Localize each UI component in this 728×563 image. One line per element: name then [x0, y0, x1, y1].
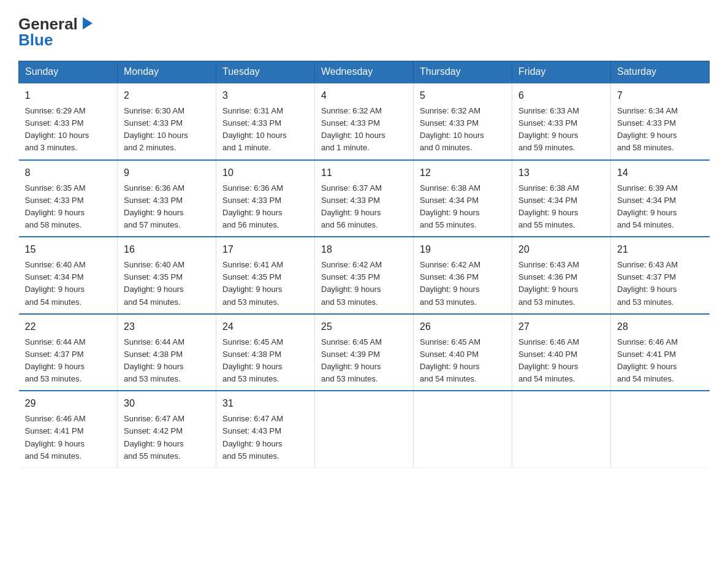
calendar-cell: 10Sunrise: 6:36 AM Sunset: 4:33 PM Dayli…	[216, 160, 315, 237]
logo: General Blue	[18, 12, 96, 50]
calendar-cell: 17Sunrise: 6:41 AM Sunset: 4:35 PM Dayli…	[216, 237, 315, 314]
day-number: 25	[321, 320, 407, 334]
calendar-cell: 9Sunrise: 6:36 AM Sunset: 4:33 PM Daylig…	[118, 160, 216, 237]
calendar-cell: 1Sunrise: 6:29 AM Sunset: 4:33 PM Daylig…	[19, 83, 118, 160]
day-number: 13	[518, 166, 604, 180]
day-number: 19	[420, 242, 506, 257]
calendar-cell: 2Sunrise: 6:30 AM Sunset: 4:33 PM Daylig…	[118, 83, 216, 160]
calendar-cell	[512, 391, 611, 467]
day-info: Sunrise: 6:44 AM Sunset: 4:38 PM Dayligh…	[124, 336, 210, 386]
day-info: Sunrise: 6:34 AM Sunset: 4:33 PM Dayligh…	[617, 105, 703, 155]
day-number: 7	[617, 88, 703, 103]
header-wednesday: Wednesday	[315, 61, 414, 83]
calendar-cell: 15Sunrise: 6:40 AM Sunset: 4:34 PM Dayli…	[19, 237, 118, 314]
calendar-cell: 26Sunrise: 6:45 AM Sunset: 4:40 PM Dayli…	[414, 314, 512, 391]
day-number: 29	[25, 396, 112, 411]
day-info: Sunrise: 6:39 AM Sunset: 4:34 PM Dayligh…	[617, 182, 703, 232]
day-number: 11	[321, 166, 407, 180]
day-info: Sunrise: 6:30 AM Sunset: 4:33 PM Dayligh…	[124, 105, 210, 155]
calendar-week-row: 22Sunrise: 6:44 AM Sunset: 4:37 PM Dayli…	[19, 314, 710, 391]
calendar-cell: 13Sunrise: 6:38 AM Sunset: 4:34 PM Dayli…	[512, 160, 611, 237]
calendar-cell: 6Sunrise: 6:33 AM Sunset: 4:33 PM Daylig…	[512, 83, 611, 160]
day-number: 20	[518, 242, 604, 257]
logo-blue-text: Blue	[18, 31, 53, 50]
header-tuesday: Tuesday	[216, 61, 315, 83]
calendar-cell	[414, 391, 512, 467]
calendar-cell: 31Sunrise: 6:47 AM Sunset: 4:43 PM Dayli…	[216, 391, 315, 467]
day-info: Sunrise: 6:45 AM Sunset: 4:38 PM Dayligh…	[222, 336, 308, 386]
calendar-cell: 29Sunrise: 6:46 AM Sunset: 4:41 PM Dayli…	[19, 391, 118, 467]
day-number: 3	[222, 88, 308, 103]
day-number: 2	[124, 88, 210, 103]
calendar-cell: 22Sunrise: 6:44 AM Sunset: 4:37 PM Dayli…	[19, 314, 118, 391]
day-info: Sunrise: 6:36 AM Sunset: 4:33 PM Dayligh…	[222, 182, 308, 232]
header-friday: Friday	[512, 61, 611, 83]
calendar-week-row: 15Sunrise: 6:40 AM Sunset: 4:34 PM Dayli…	[19, 237, 710, 314]
calendar-cell: 3Sunrise: 6:31 AM Sunset: 4:33 PM Daylig…	[216, 83, 315, 160]
calendar-week-row: 1Sunrise: 6:29 AM Sunset: 4:33 PM Daylig…	[19, 83, 710, 160]
header-thursday: Thursday	[414, 61, 512, 83]
calendar-week-row: 8Sunrise: 6:35 AM Sunset: 4:33 PM Daylig…	[19, 160, 710, 237]
calendar-week-row: 29Sunrise: 6:46 AM Sunset: 4:41 PM Dayli…	[19, 391, 710, 467]
day-number: 15	[25, 242, 112, 257]
calendar-cell: 16Sunrise: 6:40 AM Sunset: 4:35 PM Dayli…	[118, 237, 216, 314]
day-info: Sunrise: 6:47 AM Sunset: 4:42 PM Dayligh…	[124, 413, 210, 462]
day-number: 6	[518, 88, 604, 103]
day-info: Sunrise: 6:46 AM Sunset: 4:41 PM Dayligh…	[25, 413, 112, 462]
day-info: Sunrise: 6:36 AM Sunset: 4:33 PM Dayligh…	[124, 182, 210, 232]
day-number: 12	[420, 166, 506, 180]
calendar-cell: 27Sunrise: 6:46 AM Sunset: 4:40 PM Dayli…	[512, 314, 611, 391]
day-number: 21	[617, 242, 703, 257]
day-info: Sunrise: 6:42 AM Sunset: 4:36 PM Dayligh…	[420, 259, 506, 308]
day-number: 10	[222, 166, 308, 180]
calendar-cell: 11Sunrise: 6:37 AM Sunset: 4:33 PM Dayli…	[315, 160, 414, 237]
calendar-cell: 24Sunrise: 6:45 AM Sunset: 4:38 PM Dayli…	[216, 314, 315, 391]
day-info: Sunrise: 6:43 AM Sunset: 4:36 PM Dayligh…	[518, 259, 604, 308]
day-number: 16	[124, 242, 210, 257]
calendar-cell: 21Sunrise: 6:43 AM Sunset: 4:37 PM Dayli…	[611, 237, 710, 314]
calendar-cell: 28Sunrise: 6:46 AM Sunset: 4:41 PM Dayli…	[611, 314, 710, 391]
calendar-cell: 25Sunrise: 6:45 AM Sunset: 4:39 PM Dayli…	[315, 314, 414, 391]
header-sunday: Sunday	[19, 61, 118, 83]
day-info: Sunrise: 6:38 AM Sunset: 4:34 PM Dayligh…	[518, 182, 604, 232]
calendar-cell: 20Sunrise: 6:43 AM Sunset: 4:36 PM Dayli…	[512, 237, 611, 314]
day-number: 9	[124, 166, 210, 180]
day-number: 8	[25, 166, 112, 180]
day-info: Sunrise: 6:43 AM Sunset: 4:37 PM Dayligh…	[617, 259, 703, 308]
day-number: 22	[25, 320, 112, 334]
calendar-cell: 19Sunrise: 6:42 AM Sunset: 4:36 PM Dayli…	[414, 237, 512, 314]
day-info: Sunrise: 6:31 AM Sunset: 4:33 PM Dayligh…	[222, 105, 308, 155]
day-number: 28	[617, 320, 703, 334]
logo-arrow-icon	[79, 15, 96, 32]
header-saturday: Saturday	[611, 61, 710, 83]
day-info: Sunrise: 6:46 AM Sunset: 4:40 PM Dayligh…	[518, 336, 604, 386]
day-info: Sunrise: 6:37 AM Sunset: 4:33 PM Dayligh…	[321, 182, 407, 232]
page-header: General Blue	[18, 12, 710, 50]
day-number: 5	[420, 88, 506, 103]
calendar-cell: 5Sunrise: 6:32 AM Sunset: 4:33 PM Daylig…	[414, 83, 512, 160]
day-number: 26	[420, 320, 506, 334]
calendar-cell: 4Sunrise: 6:32 AM Sunset: 4:33 PM Daylig…	[315, 83, 414, 160]
day-info: Sunrise: 6:46 AM Sunset: 4:41 PM Dayligh…	[617, 336, 703, 386]
day-number: 14	[617, 166, 703, 180]
header-monday: Monday	[118, 61, 216, 83]
day-info: Sunrise: 6:29 AM Sunset: 4:33 PM Dayligh…	[25, 105, 112, 155]
day-number: 1	[25, 88, 112, 103]
calendar-cell: 14Sunrise: 6:39 AM Sunset: 4:34 PM Dayli…	[611, 160, 710, 237]
day-info: Sunrise: 6:45 AM Sunset: 4:40 PM Dayligh…	[420, 336, 506, 386]
calendar-cell: 23Sunrise: 6:44 AM Sunset: 4:38 PM Dayli…	[118, 314, 216, 391]
calendar-cell	[611, 391, 710, 467]
calendar-cell: 30Sunrise: 6:47 AM Sunset: 4:42 PM Dayli…	[118, 391, 216, 467]
calendar-cell: 18Sunrise: 6:42 AM Sunset: 4:35 PM Dayli…	[315, 237, 414, 314]
day-info: Sunrise: 6:44 AM Sunset: 4:37 PM Dayligh…	[25, 336, 112, 386]
day-number: 18	[321, 242, 407, 257]
day-info: Sunrise: 6:32 AM Sunset: 4:33 PM Dayligh…	[321, 105, 407, 155]
calendar-cell: 12Sunrise: 6:38 AM Sunset: 4:34 PM Dayli…	[414, 160, 512, 237]
day-info: Sunrise: 6:38 AM Sunset: 4:34 PM Dayligh…	[420, 182, 506, 232]
day-info: Sunrise: 6:35 AM Sunset: 4:33 PM Dayligh…	[25, 182, 112, 232]
day-number: 27	[518, 320, 604, 334]
day-number: 30	[124, 396, 210, 411]
day-info: Sunrise: 6:40 AM Sunset: 4:34 PM Dayligh…	[25, 259, 112, 308]
day-info: Sunrise: 6:40 AM Sunset: 4:35 PM Dayligh…	[124, 259, 210, 308]
day-info: Sunrise: 6:45 AM Sunset: 4:39 PM Dayligh…	[321, 336, 407, 386]
